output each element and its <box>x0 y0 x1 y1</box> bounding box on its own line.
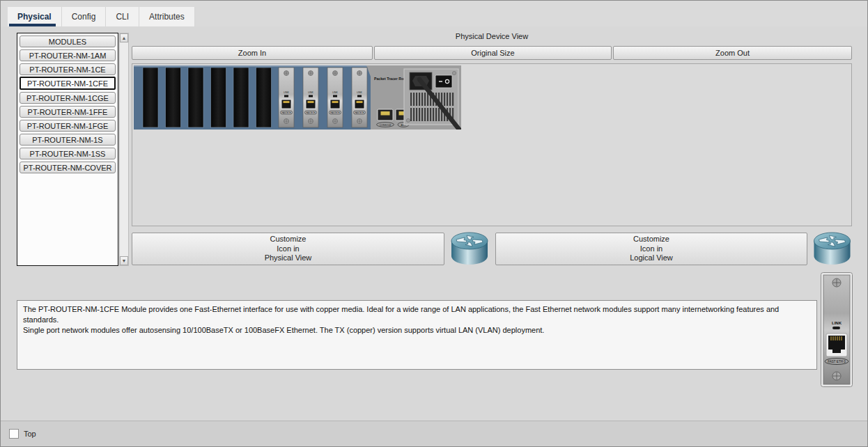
fastethernet-card[interactable]: LINK FASTETH <box>279 68 294 127</box>
original-size-button[interactable]: Original Size <box>374 46 612 60</box>
module-item-pt-router-nm-1ss[interactable]: PT-ROUTER-NM-1SS <box>20 148 116 159</box>
svg-text:FASTETH: FASTETH <box>306 111 316 114</box>
device-dialog-window: Physical Config CLI Attributes MODULES P… <box>0 0 868 447</box>
module-item-pt-router-nm-1cge[interactable]: PT-ROUTER-NM-1CGE <box>20 92 116 104</box>
tab-config-label: Config <box>72 12 96 22</box>
physical-device-view-title: Physical Device View <box>132 32 852 40</box>
top-checkbox-label: Top <box>24 430 36 438</box>
module-item-pt-router-nm-1ffe[interactable]: PT-ROUTER-NM-1FFE <box>20 106 116 118</box>
fastethernet-card[interactable]: LINK FASTETH <box>303 68 318 127</box>
module-item-pt-router-nm-1am[interactable]: PT-ROUTER-NM-1AM <box>20 49 116 61</box>
tab-strip: Physical Config CLI Attributes <box>8 7 195 26</box>
power-supply-panel <box>404 69 460 130</box>
power-switch[interactable] <box>435 75 452 88</box>
svg-text:FASTETH: FASTETH <box>330 111 340 114</box>
zoom-in-button[interactable]: Zoom In <box>132 46 373 60</box>
tab-config[interactable]: Config <box>62 7 107 26</box>
customize-logical-view-button[interactable]: Customize Icon in Logical View <box>495 233 807 265</box>
module-item-pt-router-nm-1s[interactable]: PT-ROUTER-NM-1S <box>20 134 116 146</box>
module-item-pt-router-nm-1fge[interactable]: PT-ROUTER-NM-1FGE <box>20 120 116 132</box>
modules-scrollbar[interactable]: ▲ ▼ <box>119 33 129 266</box>
tab-cli[interactable]: CLI <box>106 7 139 26</box>
fastethernet-card[interactable]: LINK FASTETH <box>327 68 343 127</box>
svg-text:CONSOLE: CONSOLE <box>380 124 392 127</box>
preview-ethernet-port <box>826 334 847 356</box>
top-checkbox[interactable] <box>9 429 19 439</box>
svg-text:LINK: LINK <box>332 91 338 94</box>
zoom-out-button[interactable]: Zoom Out <box>613 46 852 60</box>
router-rear-image[interactable]: LINK FASTETH LINK FASTETH <box>134 65 461 130</box>
preview-port-label: FAST ETH 0 <box>828 360 846 363</box>
tab-cli-label: CLI <box>116 12 129 22</box>
modules-list: MODULES PT-ROUTER-NM-1AM PT-ROUTER-NM-1C… <box>17 33 118 266</box>
tab-bar: Physical Config CLI Attributes <box>1 1 867 26</box>
svg-text:FASTETH: FASTETH <box>355 111 364 114</box>
module-item-pt-router-nm-cover[interactable]: PT-ROUTER-NM-COVER <box>20 162 116 173</box>
svg-text:LINK: LINK <box>284 91 289 94</box>
modules-header-button[interactable]: MODULES <box>20 36 116 47</box>
tab-attributes[interactable]: Attributes <box>139 7 195 26</box>
preview-link-label: LINK <box>832 321 842 325</box>
scroll-down-icon[interactable]: ▼ <box>120 256 128 265</box>
module-item-pt-router-nm-1ce[interactable]: PT-ROUTER-NM-1CE <box>20 63 116 75</box>
module-item-pt-router-nm-1cfe[interactable]: PT-ROUTER-NM-1CFE <box>20 77 116 90</box>
svg-text:LINK: LINK <box>308 91 313 94</box>
customize-physical-view-button[interactable]: Customize Icon in Physical View <box>132 233 444 265</box>
svg-text:LINK: LINK <box>357 91 362 94</box>
svg-text:FASTETH: FASTETH <box>281 111 291 114</box>
footer-bar: Top <box>1 421 867 446</box>
tab-attributes-label: Attributes <box>149 12 185 22</box>
scroll-up-icon[interactable]: ▲ <box>120 33 128 42</box>
device-view-panel[interactable]: LINK FASTETH LINK FASTETH <box>132 63 852 226</box>
module-description: The PT-ROUTER-NM-1CFE Module provides on… <box>17 300 817 370</box>
fastethernet-card[interactable]: LINK FASTETH <box>352 68 367 127</box>
router-logical-icon <box>812 231 853 267</box>
chassis-top-highlight <box>134 65 371 67</box>
tab-physical-label: Physical <box>17 12 52 22</box>
router-physical-icon <box>450 231 490 267</box>
module-preview-image[interactable]: LINK FAST ETH 0 <box>821 272 853 387</box>
tab-physical[interactable]: Physical <box>8 7 62 26</box>
